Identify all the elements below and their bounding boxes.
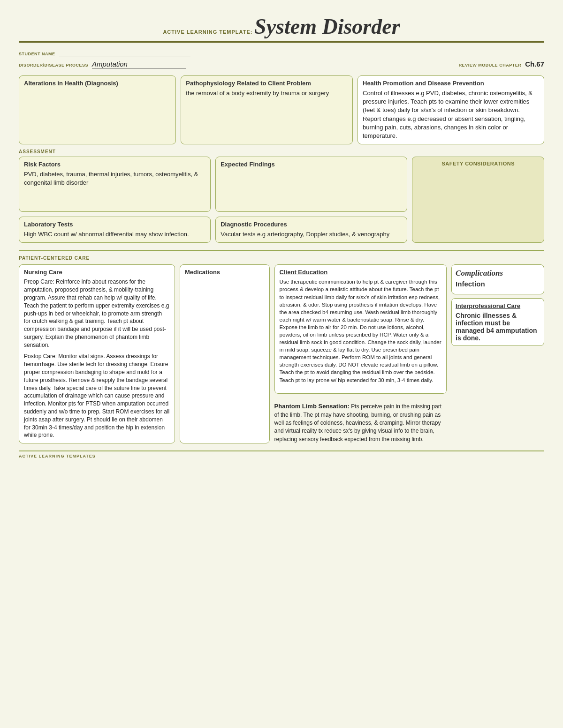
disorder-value: Amputation	[92, 60, 186, 68]
diagnostic-procedures-content: Vacular tests e.g arteriography, Doppler…	[221, 230, 402, 239]
patient-centered-care-label: PATIENT-CENTERED CARE	[19, 255, 544, 261]
medications-content	[185, 278, 265, 306]
top-boxes-section: Alterations in Health (Diagnosis) Pathop…	[19, 75, 544, 144]
lab-tests-title: Laboratory Tests	[24, 221, 205, 228]
assessment-section: Risk Factors PVD, diabetes, trauma, ther…	[19, 157, 544, 243]
risk-factors-box: Risk Factors PVD, diabetes, trauma, ther…	[19, 157, 211, 212]
disorder-label: DISORDER/DISEASE PROCESS	[19, 63, 88, 68]
alterations-content	[24, 89, 171, 127]
pathophysiology-box: Pathophysiology Related to Client Proble…	[181, 75, 353, 144]
section-divider	[19, 250, 544, 251]
nursing-care-preop: Preop Care: Reinforce info about reasons…	[24, 278, 170, 349]
assessment-grid: Risk Factors PVD, diabetes, trauma, ther…	[19, 157, 407, 243]
interprofessional-care-box: Interprofessional Care Chronic illnesses…	[451, 298, 544, 346]
lab-tests-box: Laboratory Tests High WBC count w/ abnor…	[19, 217, 211, 243]
nursing-care-title: Nursing Care	[24, 269, 170, 276]
complications-column: Complications Infection Interprofessiona…	[451, 264, 544, 443]
expected-findings-content	[221, 170, 402, 208]
complications-title: Complications	[456, 269, 540, 278]
nursing-care-box: Nursing Care Preop Care: Reinforce info …	[19, 264, 175, 443]
safety-label: SAFETY CONSIDERATIONS	[416, 161, 540, 166]
nursing-care-postop: Postop Care: Monitor vital signs. Assess…	[24, 353, 170, 439]
footer-label: ACTIVE LEARNING TEMPLATES	[19, 450, 544, 458]
safety-considerations-box: SAFETY CONSIDERATIONS	[412, 157, 544, 243]
expected-findings-box: Expected Findings	[215, 157, 407, 212]
expected-findings-title: Expected Findings	[221, 161, 402, 168]
review-label: REVIEW MODULE CHAPTER	[459, 63, 522, 68]
assessment-label: ASSESSMENT	[19, 149, 544, 154]
alterations-box: Alterations in Health (Diagnosis)	[19, 75, 176, 144]
diagnostic-procedures-title: Diagnostic Procedures	[221, 221, 402, 228]
medications-box: Medications	[180, 264, 270, 443]
interprofessional-care-content: Chronic illnesses & infection must be ma…	[456, 312, 540, 342]
infection-title: Infection	[456, 280, 540, 288]
pathophysiology-title: Pathophysiology Related to Client Proble…	[186, 80, 348, 87]
health-promotion-box: Health Promotion and Disease Prevention …	[358, 75, 544, 144]
client-education-title: Client Education	[280, 269, 442, 276]
page-title: System Disorder	[254, 15, 400, 38]
page-header: ACTIVE LEARNING TEMPLATE: System Disorde…	[19, 9, 544, 43]
review-line: REVIEW MODULE CHAPTER Ch.67	[459, 60, 544, 68]
lab-tests-content: High WBC count w/ abnormal differential …	[24, 230, 205, 239]
student-info-section: STUDENT NAME DISORDER/DISEASE PROCESS Am…	[19, 50, 544, 68]
diagnostic-procedures-box: Diagnostic Procedures Vacular tests e.g …	[215, 217, 407, 243]
phantom-limb-section: Phantom Limb Sensation: Pts perceive pai…	[274, 402, 447, 443]
patient-care-row: Nursing Care Preop Care: Reinforce info …	[19, 264, 544, 443]
student-name-row: STUDENT NAME	[19, 50, 544, 57]
alterations-title: Alterations in Health (Diagnosis)	[24, 80, 171, 87]
risk-factors-title: Risk Factors	[24, 161, 205, 168]
student-name-label: STUDENT NAME	[19, 52, 55, 56]
risk-factors-content: PVD, diabetes, trauma, thermal injuries,…	[24, 170, 205, 187]
complications-main-box: Complications Infection	[451, 264, 544, 294]
phantom-limb-title: Phantom Limb Sensation:	[274, 403, 350, 410]
health-promotion-title: Health Promotion and Disease Prevention	[363, 80, 539, 87]
disorder-review-row: DISORDER/DISEASE PROCESS Amputation REVI…	[19, 60, 544, 68]
assessment-main: Risk Factors PVD, diabetes, trauma, ther…	[19, 157, 407, 243]
disorder-line: DISORDER/DISEASE PROCESS Amputation	[19, 60, 186, 68]
client-education-box: Client Education Use therapeutic communi…	[274, 264, 447, 394]
pathophysiology-content: the removal of a body extremity by traum…	[186, 89, 348, 98]
health-promotion-content: Control of illnesses e.g PVD, diabetes, …	[363, 89, 539, 140]
client-education-content: Use therapeutic communication to help pt…	[280, 278, 442, 383]
interprofessional-care-title: Interprofessional Care	[456, 302, 540, 309]
student-name-value	[59, 50, 190, 57]
review-value: Ch.67	[525, 60, 544, 68]
right-column: Client Education Use therapeutic communi…	[274, 264, 447, 443]
medications-title: Medications	[185, 269, 265, 276]
template-label: ACTIVE LEARNING TEMPLATE:	[163, 29, 252, 35]
